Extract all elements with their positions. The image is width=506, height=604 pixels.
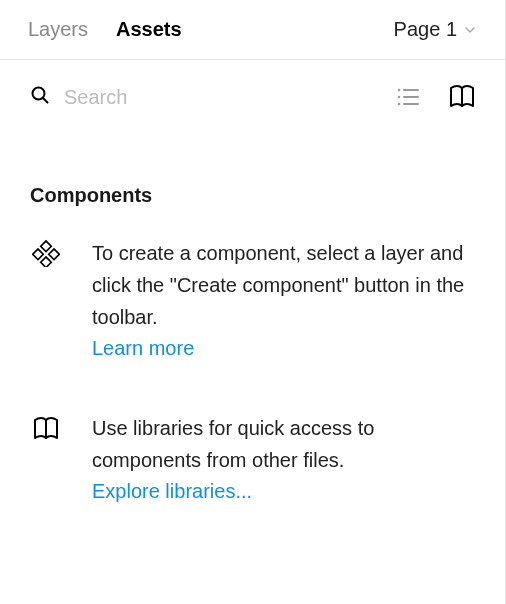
- search-actions: [395, 82, 477, 112]
- info-item-libraries: Use libraries for quick access to compon…: [30, 412, 475, 503]
- svg-rect-10: [49, 249, 60, 260]
- section-title-components: Components: [30, 184, 475, 207]
- svg-point-2: [398, 89, 401, 92]
- panel-tabs: Layers Assets: [28, 18, 182, 41]
- search-row: [0, 60, 505, 134]
- search-icon: [30, 85, 50, 109]
- library-icon[interactable]: [447, 82, 477, 112]
- svg-point-4: [398, 103, 401, 106]
- panel-header: Layers Assets Page 1: [0, 0, 505, 60]
- info-desc: To create a component, select a layer an…: [92, 237, 475, 333]
- explore-libraries-link[interactable]: Explore libraries...: [92, 480, 252, 503]
- svg-rect-9: [33, 249, 44, 260]
- search-input[interactable]: [64, 86, 395, 109]
- svg-rect-11: [41, 257, 52, 267]
- info-text: Use libraries for quick access to compon…: [92, 412, 475, 503]
- chevron-down-icon: [463, 23, 477, 37]
- tab-assets[interactable]: Assets: [116, 18, 182, 41]
- search-container: [30, 85, 395, 109]
- content-area: Components To create a component, select…: [0, 134, 505, 503]
- tab-layers[interactable]: Layers: [28, 18, 88, 41]
- svg-rect-8: [41, 241, 52, 252]
- learn-more-link[interactable]: Learn more: [92, 337, 194, 360]
- component-icon: [30, 237, 62, 360]
- info-item-component: To create a component, select a layer an…: [30, 237, 475, 360]
- page-selector[interactable]: Page 1: [394, 18, 477, 41]
- library-icon: [30, 412, 62, 503]
- list-view-icon[interactable]: [395, 84, 421, 110]
- svg-line-1: [43, 98, 47, 102]
- info-text: To create a component, select a layer an…: [92, 237, 475, 360]
- svg-point-3: [398, 96, 401, 99]
- info-desc: Use libraries for quick access to compon…: [92, 412, 475, 476]
- page-label: Page 1: [394, 18, 457, 41]
